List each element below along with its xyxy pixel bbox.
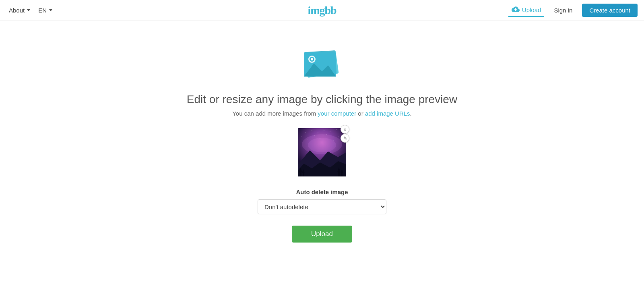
signin-link[interactable]: Sign in [551, 5, 576, 15]
edit-image-button[interactable]: ✎ [341, 134, 349, 143]
auto-delete-section: Auto delete image Don't autodelete After… [258, 189, 386, 214]
svg-point-13 [336, 129, 336, 130]
upload-nav-link[interactable]: Upload [508, 4, 545, 17]
svg-point-9 [312, 130, 312, 131]
create-account-button[interactable]: Create account [582, 4, 638, 17]
svg-point-15 [301, 136, 302, 136]
main-content: Edit or resize any image by clicking the… [0, 21, 644, 243]
subtext-middle: or [356, 110, 365, 117]
lang-chevron-icon [49, 9, 52, 11]
svg-point-17 [326, 134, 327, 134]
sub-description: You can add more images from your comput… [232, 110, 412, 117]
svg-point-10 [318, 133, 318, 133]
your-computer-link[interactable]: your computer [318, 110, 356, 117]
auto-delete-label: Auto delete image [296, 189, 348, 195]
image-preview-container: × ✎ [298, 128, 346, 176]
header-left: About EN [6, 5, 55, 15]
svg-point-8 [305, 132, 306, 133]
cloud-upload-icon [512, 5, 520, 15]
svg-point-18 [338, 136, 338, 136]
svg-point-12 [330, 131, 330, 132]
svg-point-24 [308, 138, 336, 152]
svg-point-5 [311, 58, 313, 60]
subtext-prefix: You can add more images from [232, 110, 318, 117]
site-header: About EN imgbb Upload Sign in Create acc… [0, 0, 644, 21]
about-label: About [9, 7, 25, 14]
upload-button[interactable]: Upload [292, 226, 352, 243]
remove-image-button[interactable]: × [341, 125, 349, 134]
preview-image[interactable] [298, 128, 346, 176]
lang-menu[interactable]: EN [36, 5, 55, 15]
subtext-suffix: . [410, 110, 412, 117]
about-menu[interactable]: About [6, 5, 33, 15]
hero-icon [300, 45, 344, 83]
lang-label: EN [38, 7, 47, 14]
upload-nav-label: Upload [522, 6, 541, 13]
site-logo[interactable]: imgbb [308, 4, 336, 17]
svg-point-11 [324, 130, 324, 131]
auto-delete-select[interactable]: Don't autodelete After 5 minutes After 1… [258, 199, 386, 214]
add-image-urls-link[interactable]: add image URLs [365, 110, 410, 117]
main-heading: Edit or resize any image by clicking the… [187, 93, 457, 106]
about-chevron-icon [27, 9, 30, 11]
header-right: Upload Sign in Create account [508, 4, 638, 17]
